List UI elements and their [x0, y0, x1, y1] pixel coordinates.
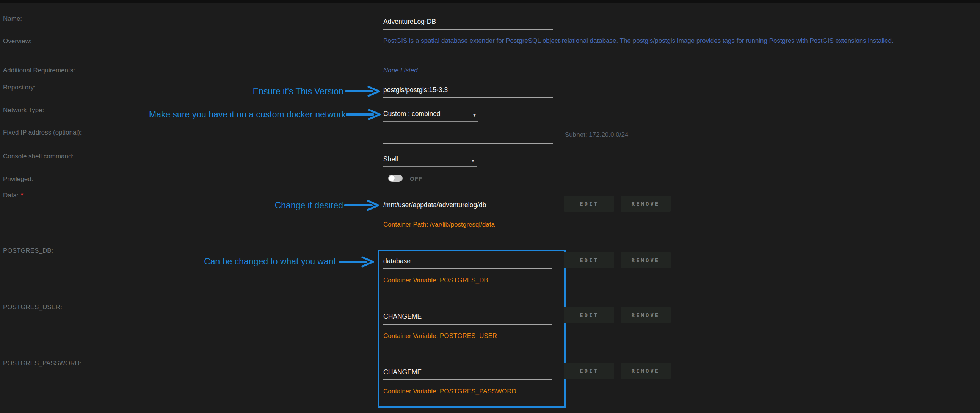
postgres-db-label: POSTGRES_DB: [3, 247, 53, 255]
postgres-user-edit-button[interactable]: EDIT [564, 307, 614, 323]
postgres-password-input[interactable]: CHANGEME [383, 367, 552, 380]
privileged-state: OFF [410, 175, 422, 182]
network-type-selected: Custom : combined [383, 109, 441, 118]
arrow-right-icon [344, 200, 382, 211]
highlight-box [378, 250, 566, 408]
postgres-db-remove-button[interactable]: REMOVE [620, 252, 671, 268]
arrow-right-icon [339, 256, 377, 267]
postgres-password-label: POSTGRES_PASSWORD: [3, 360, 81, 367]
fixed-ip-input[interactable] [383, 131, 553, 144]
fixed-ip-label: Fixed IP address (optional): [3, 129, 82, 137]
overview-label: Overview: [3, 38, 32, 45]
data-label: Data:* [3, 192, 23, 199]
postgres-user-remove-button[interactable]: REMOVE [620, 307, 671, 323]
required-asterisk: * [21, 192, 24, 199]
network-type-label: Network Type: [3, 106, 44, 114]
data-annotation: Change if desired [275, 200, 343, 211]
privileged-label: Privileged: [3, 175, 33, 183]
overview-description: PostGIS is a spatial database extender f… [383, 37, 894, 45]
console-shell-selected: Shell [383, 155, 398, 164]
postgres-user-input[interactable]: CHANGEME [383, 311, 552, 325]
subnet-note: Subnet: 172.20.0.0/24 [565, 131, 628, 139]
postgres-db-input[interactable]: database [383, 256, 552, 269]
additional-requirements-value: None Listed [383, 67, 418, 74]
data-container-path: Container Path: /var/lib/postgresql/data [383, 221, 495, 229]
network-annotation: Make sure you have it on a custom docker… [149, 110, 346, 120]
postgres-db-container-variable: Container Variable: POSTGRES_DB [383, 276, 488, 284]
data-edit-button[interactable]: EDIT [564, 195, 614, 212]
postgres-password-edit-button[interactable]: EDIT [564, 362, 614, 379]
arrow-right-icon [345, 86, 383, 97]
data-path-input[interactable]: /mnt/user/appdata/adventurelog/db [383, 200, 553, 213]
name-label: Name: [3, 15, 22, 23]
data-remove-button[interactable]: REMOVE [620, 195, 671, 212]
console-shell-select[interactable]: Shell ▼ [383, 155, 477, 167]
postgres-user-container-variable: Container Variable: POSTGRES_USER [383, 332, 497, 340]
additional-requirements-label: Additional Requirements: [3, 67, 75, 74]
postgres-db-edit-button[interactable]: EDIT [564, 252, 614, 268]
postgres-user-label: POSTGRES_USER: [3, 303, 62, 311]
name-input[interactable]: AdventureLog-DB [383, 17, 553, 30]
arrow-right-icon [346, 109, 383, 120]
top-strip [0, 0, 980, 3]
repository-annotation: Ensure it's This Version [253, 86, 344, 97]
postgres-password-container-variable: Container Variable: POSTGRES_PASSWORD [383, 388, 516, 395]
postgres-password-remove-button[interactable]: REMOVE [620, 362, 671, 379]
chevron-down-icon: ▼ [471, 155, 475, 165]
chevron-down-icon: ▼ [473, 109, 477, 120]
repository-label: Repository: [3, 84, 36, 91]
docker-template-form: Name: Overview: Additional Requirements:… [0, 0, 980, 413]
repository-input[interactable]: postgis/postgis:15-3.3 [383, 85, 553, 98]
data-label-text: Data: [3, 192, 19, 199]
console-shell-label: Console shell command: [3, 153, 73, 160]
privileged-toggle[interactable] [388, 175, 402, 182]
toggle-knob-icon [389, 175, 395, 181]
network-type-select[interactable]: Custom : combined ▼ [383, 109, 478, 122]
postgres-db-annotation: Can be changed to what you want [204, 257, 336, 267]
